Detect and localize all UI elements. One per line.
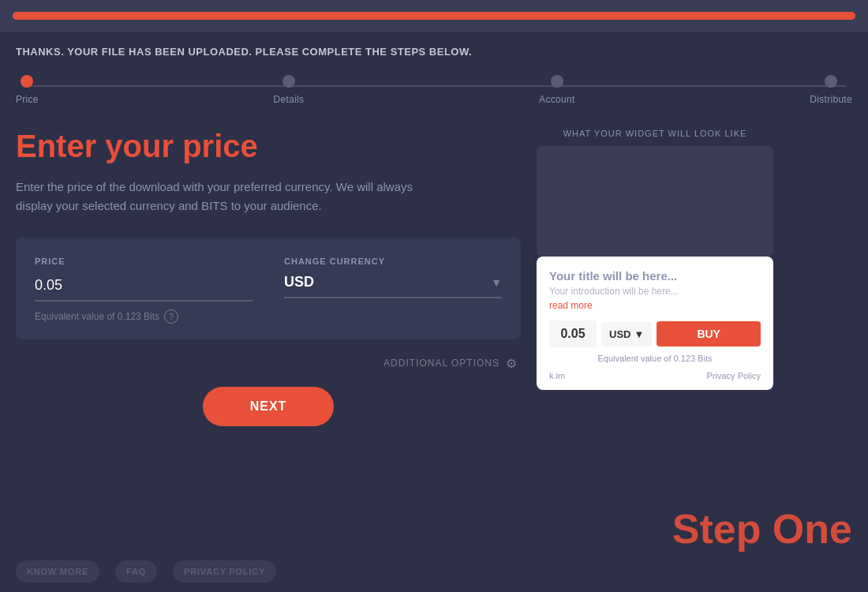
step-one-label: Step One [672,505,852,553]
widget-currency-display[interactable]: USD ▼ [601,322,652,347]
step-label-details: Details [274,94,305,105]
page-description: Enter the price of the download with you… [16,178,442,215]
equiv-label: Equivalent value of 0.123 Bits [35,311,159,322]
right-panel: WHAT YOUR WIDGET WILL LOOK LIKE Your tit… [537,129,773,426]
currency-field: CHANGE CURRENCY USD ▼ [284,257,502,298]
widget-price-display: 0.05 [549,320,597,347]
step-details: Details [274,75,305,105]
next-button[interactable]: NEXT [203,387,335,426]
currency-selector[interactable]: USD ▼ [284,274,502,298]
additional-options-container: ADDITIONAL OPTIONS ⚙ [16,355,521,371]
footer-privacy-policy[interactable]: PRIVACY POLICY [173,560,276,583]
widget-title: Your title will be here... [549,269,761,283]
widget-currency-chevron-icon: ▼ [634,328,644,340]
steps-container: Price Details Account Distribute [0,67,868,121]
price-field-label: PRICE [35,257,253,266]
step-dot-details [282,75,295,88]
step-dot-price [21,75,33,88]
price-input[interactable] [35,274,253,302]
step-dot-account [551,75,563,88]
widget-preview-outer [537,146,773,257]
upload-message: THANKS. YOUR FILE HAS BEEN UPLOADED. PLE… [0,32,868,67]
equiv-text: Equivalent value of 0.123 Bits ? [35,309,253,324]
widget-card: Your title will be here... Your introduc… [537,257,773,390]
bottom-footer: KNOW MORE FAQ PRIVACY POLICY [0,551,868,592]
additional-options-button[interactable]: ADDITIONAL OPTIONS ⚙ [383,356,518,371]
steps-inner: Price Details Account Distribute [16,75,852,105]
help-icon[interactable]: ? [164,309,178,324]
main-content: Enter your price Enter the price of the … [0,121,868,434]
widget-site-label: k.im [549,371,565,380]
price-card: PRICE Equivalent value of 0.123 Bits ? C… [16,238,521,339]
widget-read-more[interactable]: read more [549,300,761,311]
step-price: Price [16,75,39,105]
widget-buy-row: 0.05 USD ▼ BUY [549,320,761,347]
upload-progress-bar [13,12,855,20]
widget-currency-value: USD [609,328,630,340]
step-label-distribute: Distribute [810,94,852,105]
filter-icon: ⚙ [506,356,518,371]
currency-value: USD [284,274,491,290]
step-distribute: Distribute [810,75,852,105]
step-label-price: Price [16,94,39,105]
footer-know-more[interactable]: KNOW MORE [16,560,99,583]
currency-field-label: CHANGE CURRENCY [284,257,502,266]
left-panel: Enter your price Enter the price of the … [16,129,521,426]
widget-label: WHAT YOUR WIDGET WILL LOOK LIKE [537,129,773,138]
top-bar [0,0,868,32]
footer-faq[interactable]: FAQ [115,560,157,583]
additional-options-label: ADDITIONAL OPTIONS [383,358,499,369]
widget-buy-button[interactable]: BUY [657,321,761,347]
widget-footer: k.im Privacy Policy [549,371,761,380]
widget-privacy-policy[interactable]: Privacy Policy [707,371,761,380]
widget-intro: Your introduction will be here... [549,286,761,297]
step-dot-distribute [825,75,837,88]
price-form-row: PRICE Equivalent value of 0.123 Bits ? C… [35,257,502,324]
step-label-account: Account [539,94,574,105]
page-title: Enter your price [16,129,521,163]
chevron-down-icon: ▼ [491,276,502,289]
price-field: PRICE Equivalent value of 0.123 Bits ? [35,257,253,324]
step-account: Account [539,75,574,105]
widget-equiv-text: Equivalent value of 0.123 Bits [549,354,761,363]
